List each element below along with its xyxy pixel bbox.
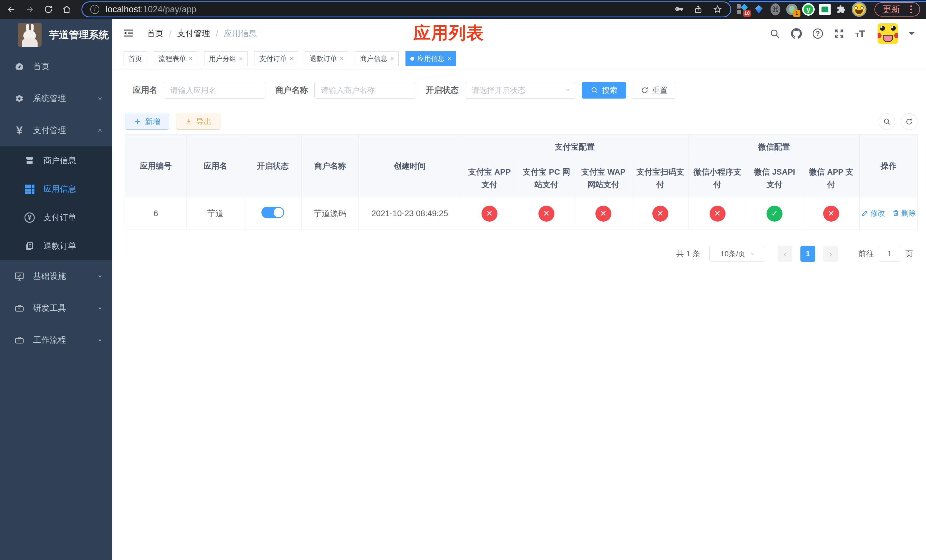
delete-link[interactable]: 删除 [892,208,916,218]
page-size-select[interactable]: 10条/页 ˅ [709,246,765,262]
sidebar-item-dev-tools[interactable]: 研发工具 ˅ [0,292,112,324]
cell-app-name: 芋道 [187,197,244,230]
sidebar-item-refund-order[interactable]: 退款订单 [0,232,112,260]
home-button[interactable] [59,0,75,19]
app-name-input[interactable] [164,82,265,98]
search-icon[interactable] [769,28,780,39]
close-icon[interactable]: × [447,55,451,62]
extension-blue-diamond-icon[interactable]: 10 [736,3,749,16]
tab-process-form[interactable]: 流程表单× [154,51,197,66]
sidebar-fold-icon[interactable] [123,27,135,40]
edit-pencil-icon [861,209,869,217]
search-button[interactable]: 搜索 [582,82,626,98]
prev-page-button[interactable]: ‹ [778,246,793,262]
config-status-icon: ✕ [539,206,554,222]
sidebar-item-infrastructure[interactable]: 基础设施 ˅ [0,260,112,292]
browser-update-button[interactable]: 更新 [875,2,920,17]
group-wechat-config: 微信配置 [689,135,859,159]
sidebar-item-workflow[interactable]: 工作流程 ˅ [0,324,112,356]
sidebar-item-payment[interactable]: ¥ 支付管理 ˄ [0,115,112,147]
plus-icon [133,118,142,126]
breadcrumb-payment[interactable]: 支付管理 [177,28,210,39]
tab-home[interactable]: 首页 [124,51,147,66]
yen-circle-icon: ¥ [24,212,35,223]
close-icon[interactable]: × [239,55,243,62]
edit-link[interactable]: 修改 [861,208,885,218]
extension-command-icon[interactable]: ⌘ [769,3,782,16]
app-title: 芋道管理系统 [49,28,109,42]
toolbox-icon [14,303,25,313]
extensions-puzzle-icon[interactable] [835,3,848,16]
github-icon[interactable] [791,28,802,39]
table-toolbar: 新增 导出 [125,114,917,130]
logo-rabbit-image [18,23,42,47]
reload-button[interactable] [41,0,56,19]
status-select[interactable]: 请选择开启状态 ˅ [465,82,576,98]
show-search-button[interactable] [879,114,895,130]
extension-camera-icon[interactable]: 1 [785,3,798,16]
tags-view-bar: 首页 流程表单× 用户分组× 支付订单× 退款订单× 商户信息× 应用信息× [112,48,926,69]
tab-app-info[interactable]: 应用信息× [406,51,456,66]
pagination: 共 1 条 10条/页 ˅ ‹ 1 › 前往 页 [125,246,917,262]
breadcrumb-home[interactable]: 首页 [147,28,163,39]
extension-kite-icon[interactable] [753,3,765,16]
sidebar-item-system[interactable]: 系统管理 ˅ [0,83,112,115]
col-alipay-pc: 支付宝 PC 网站支付 [518,159,575,197]
app-logo[interactable]: 芋道管理系统 [0,19,112,51]
breadcrumb-app-info: 应用信息 [224,28,257,39]
col-wechat-app: 微信 APP 支付 [803,159,859,197]
export-button[interactable]: 导出 [176,114,220,130]
browser-profile-avatar[interactable] [852,2,867,17]
next-page-button[interactable]: › [823,246,838,262]
help-icon[interactable]: ? [813,29,823,39]
merchant-name-input[interactable] [314,82,416,98]
current-page[interactable]: 1 [800,246,815,262]
breadcrumb: 首页 / 支付管理 / 应用信息 [147,28,257,39]
goto-page-input[interactable] [879,246,900,262]
back-button[interactable] [3,0,20,19]
col-alipay-qr: 支付宝扫码支付 [632,159,689,197]
sidebar-item-merchant-info[interactable]: 商户信息 [0,147,112,175]
merchant-name-label: 商户名称 [275,85,308,96]
config-status-icon: ✕ [481,206,498,222]
sidebar: 芋道管理系统 首页 系统管理 ˅ ¥ 支付管理 ˄ 商户信息 应用信息 [0,19,112,560]
sidebar-item-app-info[interactable]: 应用信息 [0,175,112,203]
add-button[interactable]: 新增 [125,114,169,130]
status-label: 开启状态 [426,85,459,96]
user-avatar[interactable] [878,23,898,44]
tab-pay-order[interactable]: 支付订单× [254,51,298,66]
tab-refund-order[interactable]: 退款订单× [305,51,348,66]
tab-merchant-info[interactable]: 商户信息× [355,51,399,66]
reset-button[interactable]: 重置 [632,82,676,98]
password-key-icon[interactable] [674,5,684,14]
fullscreen-icon[interactable] [834,28,844,39]
site-info-icon[interactable]: i [90,5,99,14]
sidebar-item-pay-order[interactable]: ¥ 支付订单 [0,203,112,232]
font-size-icon[interactable]: TT [855,28,865,39]
col-wechat-mini: 微信小程序支付 [689,159,746,197]
trash-icon [892,209,900,217]
close-icon[interactable]: × [340,55,344,62]
tab-user-group[interactable]: 用户分组× [204,51,248,66]
url-bar[interactable]: i localhost:1024/pay/app [82,2,731,17]
share-icon[interactable] [693,5,703,14]
bookmark-star-icon[interactable] [713,5,722,14]
close-icon[interactable]: × [390,55,394,62]
forward-button[interactable] [22,0,38,19]
status-toggle[interactable] [262,207,284,218]
cell-created: 2021-10-23 08:49:25 [359,197,461,230]
browser-menu-icon[interactable] [910,5,912,14]
extension-yudao-icon[interactable]: y [802,3,815,16]
shop-icon [24,156,35,166]
close-icon[interactable]: × [290,55,293,62]
extension-chat-icon[interactable] [819,3,831,16]
col-created: 创建时间 [359,135,461,197]
filter-form: 应用名 商户名称 开启状态 请选择开启状态 ˅ 搜索 重置 [125,82,917,98]
avatar-caret-down-icon[interactable] [909,32,915,38]
browser-toolbar: i localhost:1024/pay/app 10 ⌘ 1 y 更新 [0,0,926,19]
refresh-table-button[interactable] [901,114,917,130]
cell-app-id: 6 [125,197,187,230]
sidebar-item-home[interactable]: 首页 [0,51,112,83]
table-grid-icon [24,185,35,194]
close-icon[interactable]: × [189,55,192,62]
